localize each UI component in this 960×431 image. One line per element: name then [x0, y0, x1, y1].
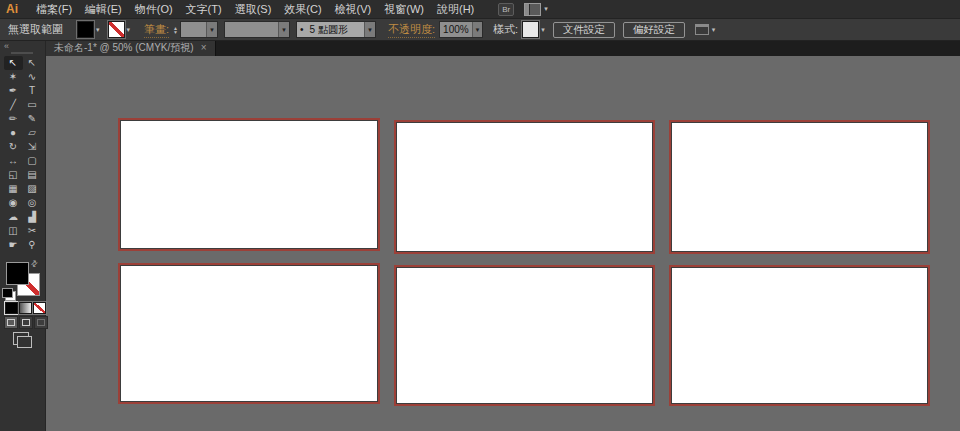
- document-tab-bar: 未命名-1* @ 50% (CMYK/預視) ×: [45, 40, 960, 56]
- illustrator-window: Ai 檔案(F)編輯(E)物件(O)文字(T)選取(S)效果(C)檢視(V)視窗…: [0, 0, 960, 431]
- shape-builder-tool[interactable]: ◱: [4, 168, 23, 182]
- eyedropper-tool[interactable]: ◉: [4, 196, 23, 210]
- rotate-tool[interactable]: ↻: [4, 140, 23, 154]
- chevron-down-icon: ▾: [127, 26, 131, 34]
- width-tool[interactable]: ↔: [4, 154, 23, 168]
- perspective-grid-tool[interactable]: ▤: [23, 168, 42, 182]
- menu-file[interactable]: 檔案(F): [36, 2, 72, 17]
- lasso-tool[interactable]: ∿: [23, 70, 42, 84]
- style-select[interactable]: ▾: [522, 21, 545, 38]
- direct-selection-tool[interactable]: ↖: [23, 56, 42, 70]
- document-setup-button[interactable]: 文件設定: [553, 22, 615, 38]
- mesh-tool[interactable]: ▦: [4, 182, 23, 196]
- brush-bullet: •: [297, 24, 307, 35]
- style-swatch[interactable]: [522, 21, 539, 38]
- stroke-none-swatch[interactable]: [108, 21, 125, 38]
- artboard-3[interactable]: [671, 122, 928, 252]
- chevron-down-icon: ▼: [278, 22, 289, 37]
- menu-object[interactable]: 物件(O): [135, 2, 173, 17]
- screen-mode-button[interactable]: [13, 332, 29, 345]
- opacity-label[interactable]: 不透明度:: [388, 22, 435, 38]
- chevron-down-icon: ▼: [206, 22, 217, 37]
- default-fill-stroke-icon[interactable]: [2, 288, 13, 298]
- width-profile-select[interactable]: ▼: [224, 21, 290, 38]
- stroke-weight-stepper[interactable]: ▲▼: [173, 26, 178, 34]
- workspace-switcher-button[interactable]: ▾: [524, 3, 548, 16]
- magic-wand-tool[interactable]: ✶: [4, 70, 23, 84]
- column-graph-tool[interactable]: ▟: [23, 210, 42, 224]
- chevron-down-icon: ▾: [96, 26, 100, 34]
- menu-view[interactable]: 檢視(V): [335, 2, 372, 17]
- draw-normal-button[interactable]: [4, 316, 18, 329]
- control-bar: 無選取範圍 ▾ ▾ 筆畫: ▲▼ ▼ ▼ • 5 點圓形 ▼ 不透明度: 100…: [0, 19, 960, 41]
- tools-grid: ↖↖✶∿✒T╱▭✏✎●▱↻⇲↔▢◱▤▦▨◉◎☁▟◫✂☛⚲: [3, 56, 42, 252]
- preferences-button[interactable]: 偏好設定: [623, 22, 685, 38]
- menu-help[interactable]: 說明(H): [437, 2, 474, 17]
- blob-brush-tool[interactable]: ●: [4, 126, 23, 140]
- chevron-down-icon: ▾: [712, 26, 716, 34]
- draw-inside-button[interactable]: [34, 316, 48, 329]
- artboard-tool[interactable]: ◫: [4, 224, 23, 238]
- menu-window[interactable]: 視窗(W): [384, 2, 424, 17]
- gradient-tool[interactable]: ▨: [23, 182, 42, 196]
- type-tool[interactable]: T: [23, 84, 42, 98]
- chevron-down-icon: ▼: [364, 22, 375, 37]
- document-tab-title: 未命名-1* @ 50% (CMYK/預視): [54, 41, 194, 55]
- chevron-down-icon: ▾: [544, 5, 548, 13]
- pencil-tool[interactable]: ✎: [23, 112, 42, 126]
- draw-behind-button[interactable]: [19, 316, 33, 329]
- brush-definition-select[interactable]: • 5 點圓形 ▼: [296, 21, 376, 38]
- tab-close-button[interactable]: ×: [201, 43, 207, 53]
- artboard-1[interactable]: [120, 120, 378, 249]
- document-tab[interactable]: 未命名-1* @ 50% (CMYK/預視) ×: [45, 40, 216, 56]
- artboard-2[interactable]: [396, 122, 653, 252]
- menu-edit[interactable]: 編輯(E): [85, 2, 122, 17]
- blend-tool[interactable]: ◎: [23, 196, 42, 210]
- color-button[interactable]: [5, 302, 18, 314]
- chevron-down-icon: ▾: [541, 26, 545, 34]
- color-type-row: [5, 302, 46, 314]
- selection-tool[interactable]: ↖: [4, 56, 23, 70]
- collapse-panel-icon[interactable]: «: [4, 41, 9, 51]
- drawing-modes-row: [4, 316, 48, 329]
- fill-color-control[interactable]: ▾: [77, 21, 100, 38]
- scale-tool[interactable]: ⇲: [23, 140, 42, 154]
- selection-status: 無選取範圍: [8, 22, 63, 37]
- brush-preset-value: 5 點圓形: [307, 23, 351, 37]
- swap-fill-stroke-icon[interactable]: ⇄: [29, 258, 40, 269]
- paintbrush-tool[interactable]: ✏: [4, 112, 23, 126]
- menu-type[interactable]: 文字(T): [186, 2, 222, 17]
- chevron-down-icon: ▼: [472, 22, 482, 37]
- free-transform-tool[interactable]: ▢: [23, 154, 42, 168]
- stroke-weight-select[interactable]: ▼: [180, 21, 218, 38]
- menu-select[interactable]: 選取(S): [235, 2, 272, 17]
- artboard-4[interactable]: [120, 265, 378, 402]
- menu-items: 檔案(F)編輯(E)物件(O)文字(T)選取(S)效果(C)檢視(V)視窗(W)…: [36, 2, 474, 17]
- fill-indicator[interactable]: [6, 262, 29, 285]
- canvas[interactable]: [45, 56, 960, 431]
- app-logo: Ai: [0, 2, 26, 16]
- rectangle-tool[interactable]: ▭: [23, 98, 42, 112]
- stroke-weight-label[interactable]: 筆畫:: [144, 22, 169, 38]
- artboard-5[interactable]: [396, 267, 653, 404]
- none-button[interactable]: [33, 302, 46, 314]
- pen-tool[interactable]: ✒: [4, 84, 23, 98]
- fill-swatch[interactable]: [77, 21, 94, 38]
- control-panel-menu-button[interactable]: ▾: [695, 24, 716, 35]
- line-segment-tool[interactable]: ╱: [4, 98, 23, 112]
- gradient-button[interactable]: [19, 302, 32, 314]
- bridge-button[interactable]: Br: [498, 3, 514, 16]
- stroke-color-control[interactable]: ▾: [108, 21, 131, 38]
- panel-gripper[interactable]: [11, 52, 33, 54]
- opacity-value: 100%: [440, 24, 472, 35]
- opacity-select[interactable]: 100% ▼: [439, 21, 483, 38]
- artboard-6[interactable]: [671, 267, 928, 404]
- menu-bar-right: Br ▾: [498, 3, 548, 16]
- panel-icon: [695, 24, 709, 35]
- slice-tool[interactable]: ✂: [23, 224, 42, 238]
- eraser-tool[interactable]: ▱: [23, 126, 42, 140]
- menu-effect[interactable]: 效果(C): [284, 2, 321, 17]
- zoom-tool[interactable]: ⚲: [23, 238, 42, 252]
- hand-tool[interactable]: ☛: [4, 238, 23, 252]
- symbol-sprayer-tool[interactable]: ☁: [4, 210, 23, 224]
